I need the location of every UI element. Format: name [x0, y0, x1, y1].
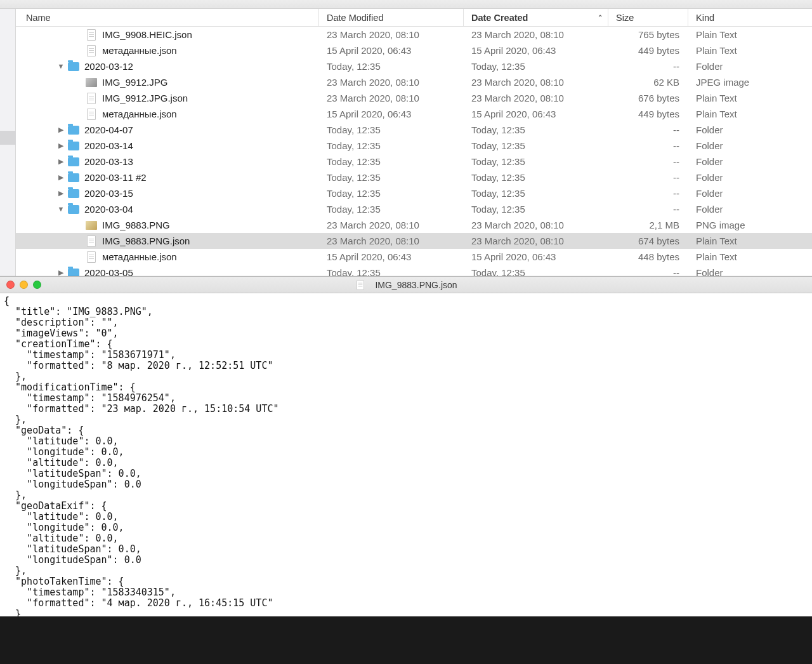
- window-title-text: IMG_9883.PNG.json: [375, 280, 457, 290]
- file-size: 2,1 MB: [608, 217, 688, 233]
- dock-background: [0, 616, 812, 664]
- file-name: 2020-03-13: [84, 154, 133, 169]
- date-created: 15 April 2020, 06:43: [464, 106, 608, 122]
- file-row[interactable]: IMG_9912.JPG23 March 2020, 08:1023 March…: [16, 74, 812, 90]
- file-kind: JPEG image: [688, 74, 783, 90]
- date-created: Today, 12:35: [464, 58, 608, 74]
- column-header-name[interactable]: Name: [16, 9, 319, 26]
- date-modified: Today, 12:35: [319, 58, 464, 74]
- date-modified: Today, 12:35: [319, 201, 464, 217]
- disclosure-triangle-icon[interactable]: ▶: [56, 185, 65, 201]
- date-created: Today, 12:35: [464, 154, 608, 169]
- document-icon: [355, 279, 366, 291]
- jpeg-image-icon: [86, 77, 97, 88]
- date-created: 15 April 2020, 06:43: [464, 43, 608, 58]
- window-minimize-button[interactable]: [20, 281, 28, 289]
- file-size: --: [608, 185, 688, 201]
- disclosure-triangle-icon[interactable]: ▼: [56, 58, 65, 74]
- disclosure-triangle-icon[interactable]: ▶: [56, 169, 65, 185]
- column-header-size[interactable]: Size: [608, 9, 688, 26]
- column-header-label: Name: [26, 13, 51, 23]
- date-modified: Today, 12:35: [319, 138, 464, 154]
- column-header-modified[interactable]: Date Modified: [319, 9, 464, 26]
- file-size: --: [608, 265, 688, 276]
- file-name: метаданные.json: [102, 249, 177, 265]
- file-row[interactable]: IMG_9908.HEIC.json23 March 2020, 08:1023…: [16, 27, 812, 43]
- finder-list-view: Name Date Modified Date Created ⌃ Size K…: [16, 9, 812, 276]
- folder-icon: [68, 172, 79, 183]
- disclosure-triangle-icon[interactable]: ▶: [56, 138, 65, 154]
- column-header-label: Date Modified: [327, 13, 383, 23]
- folder-icon: [68, 267, 79, 277]
- disclosure-triangle-icon[interactable]: ▶: [56, 154, 65, 169]
- window-traffic-lights: [6, 281, 41, 289]
- folder-icon: [68, 188, 79, 199]
- file-size: 62 KB: [608, 74, 688, 90]
- date-created: Today, 12:35: [464, 169, 608, 185]
- file-row[interactable]: ▼2020-03-04Today, 12:35Today, 12:35--Fol…: [16, 201, 812, 217]
- file-row[interactable]: ▶2020-03-13Today, 12:35Today, 12:35--Fol…: [16, 154, 812, 169]
- date-modified: Today, 12:35: [319, 265, 464, 276]
- file-kind: Plain Text: [688, 249, 783, 265]
- file-name: 2020-03-04: [84, 201, 133, 217]
- file-kind: Folder: [688, 154, 783, 169]
- file-kind: Folder: [688, 122, 783, 138]
- file-row[interactable]: метаданные.json15 April 2020, 06:4315 Ap…: [16, 43, 812, 58]
- file-kind: Folder: [688, 185, 783, 201]
- disclosure-triangle-icon[interactable]: ▶: [56, 122, 65, 138]
- date-modified: 15 April 2020, 06:43: [319, 249, 464, 265]
- folder-icon: [68, 61, 79, 72]
- date-modified: Today, 12:35: [319, 185, 464, 201]
- file-rows: IMG_9908.HEIC.json23 March 2020, 08:1023…: [16, 27, 812, 276]
- file-size: 674 bytes: [608, 233, 688, 249]
- document-icon: [86, 251, 97, 263]
- file-row[interactable]: метаданные.json15 April 2020, 06:4315 Ap…: [16, 249, 812, 265]
- folder-icon: [68, 204, 79, 215]
- file-name: IMG_9912.JPG: [102, 74, 167, 90]
- date-modified: 15 April 2020, 06:43: [319, 43, 464, 58]
- column-headers: Name Date Modified Date Created ⌃ Size K…: [16, 9, 812, 27]
- date-created: Today, 12:35: [464, 122, 608, 138]
- file-content[interactable]: { "title": "IMG_9883.PNG", "description"…: [0, 293, 812, 620]
- file-size: --: [608, 154, 688, 169]
- file-row[interactable]: ▶2020-03-15Today, 12:35Today, 12:35--Fol…: [16, 185, 812, 201]
- folder-icon: [68, 156, 79, 168]
- date-created: 23 March 2020, 08:10: [464, 233, 608, 249]
- window-titlebar[interactable]: IMG_9883.PNG.json: [0, 277, 812, 293]
- date-modified: Today, 12:35: [319, 169, 464, 185]
- date-modified: 15 April 2020, 06:43: [319, 106, 464, 122]
- sidebar-selection: [0, 131, 16, 145]
- file-row[interactable]: ▶2020-03-05Today, 12:35Today, 12:35--Fol…: [16, 265, 812, 276]
- file-size: 676 bytes: [608, 90, 688, 106]
- disclosure-triangle-icon[interactable]: ▼: [56, 201, 65, 217]
- file-size: 765 bytes: [608, 27, 688, 43]
- file-size: --: [608, 138, 688, 154]
- disclosure-triangle-icon[interactable]: ▶: [56, 265, 65, 276]
- png-image-icon: [86, 220, 97, 231]
- file-kind: Plain Text: [688, 27, 783, 43]
- file-row[interactable]: IMG_9912.JPG.json23 March 2020, 08:1023 …: [16, 90, 812, 106]
- file-row[interactable]: IMG_9883.PNG23 March 2020, 08:1023 March…: [16, 217, 812, 233]
- file-row[interactable]: ▶2020-04-07Today, 12:35Today, 12:35--Fol…: [16, 122, 812, 138]
- file-name: IMG_9883.PNG: [102, 217, 170, 233]
- window-title: IMG_9883.PNG.json: [0, 279, 812, 291]
- window-close-button[interactable]: [6, 281, 15, 289]
- column-header-kind[interactable]: Kind: [688, 9, 783, 26]
- column-header-label: Size: [616, 13, 634, 23]
- file-row[interactable]: ▶2020-03-14Today, 12:35Today, 12:35--Fol…: [16, 138, 812, 154]
- file-name: IMG_9883.PNG.json: [102, 233, 190, 249]
- file-name: 2020-03-15: [84, 185, 133, 201]
- file-kind: Folder: [688, 265, 783, 276]
- file-name: IMG_9908.HEIC.json: [102, 27, 192, 43]
- file-kind: Folder: [688, 58, 783, 74]
- file-size: --: [608, 201, 688, 217]
- file-row[interactable]: ▶2020-03-11 #2Today, 12:35Today, 12:35--…: [16, 169, 812, 185]
- window-zoom-button[interactable]: [33, 281, 41, 289]
- finder-window: Name Date Modified Date Created ⌃ Size K…: [0, 0, 812, 276]
- document-icon: [86, 29, 97, 41]
- column-header-created[interactable]: Date Created ⌃: [464, 9, 608, 26]
- file-row[interactable]: метаданные.json15 April 2020, 06:4315 Ap…: [16, 106, 812, 122]
- file-row[interactable]: ▼2020-03-12Today, 12:35Today, 12:35--Fol…: [16, 58, 812, 74]
- file-row[interactable]: IMG_9883.PNG.json23 March 2020, 08:1023 …: [16, 233, 812, 249]
- date-created: Today, 12:35: [464, 201, 608, 217]
